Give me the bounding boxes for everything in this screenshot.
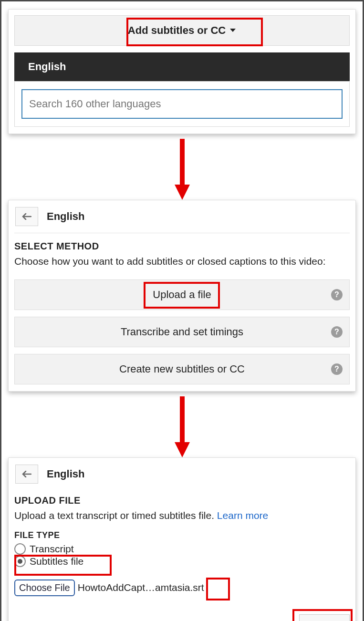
divider [14, 233, 350, 233]
back-button[interactable] [15, 465, 38, 484]
arrow-left-icon [22, 471, 31, 477]
section-label: SELECT METHOD [14, 241, 350, 252]
arrow-left-icon [22, 213, 31, 220]
selected-file-name: HowtoAddCapt…amtasia.srt [78, 582, 204, 593]
panel-title: English [47, 468, 84, 480]
flow-arrow [6, 396, 358, 458]
help-icon[interactable]: ? [331, 326, 343, 338]
tutorial-figure: Add subtitles or CC English English SELE… [0, 0, 364, 621]
method-label: Transcribe and set timings [121, 326, 243, 338]
radio-label: Transcript [30, 543, 74, 555]
choose-file-button[interactable]: Choose File [14, 580, 75, 596]
radio-icon [14, 543, 26, 555]
flow-arrow [6, 139, 358, 201]
chevron-down-icon [229, 28, 236, 33]
panel-add-subtitles: Add subtitles or CC English [8, 9, 356, 134]
language-search-input[interactable] [21, 89, 343, 119]
method-upload-file[interactable]: Upload a file ? [14, 279, 350, 310]
help-icon[interactable]: ? [331, 289, 343, 300]
method-transcribe[interactable]: Transcribe and set timings ? [14, 317, 350, 347]
file-chooser-row: Choose File HowtoAddCapt…amtasia.srt [14, 580, 350, 596]
back-button[interactable] [15, 207, 38, 226]
highlight-box [206, 578, 230, 600]
method-label: Upload a file [153, 289, 211, 301]
instruction-text: Upload a text transcript or timed subtit… [14, 509, 350, 522]
panel-header: English [14, 206, 350, 233]
panel-select-method: English SELECT METHOD Choose how you wan… [8, 200, 356, 392]
help-icon[interactable]: ? [331, 363, 343, 375]
panel-title: English [47, 210, 84, 223]
method-create-new[interactable]: Create new subtitles or CC ? [14, 354, 350, 384]
language-name: English [28, 61, 66, 72]
add-subtitles-dropdown[interactable]: Add subtitles or CC [14, 15, 350, 46]
section-label: UPLOAD FILE [14, 495, 350, 506]
radio-subtitles-file[interactable]: Subtitles file [14, 556, 350, 567]
panel-upload-file: English UPLOAD FILE Upload a text transc… [8, 457, 356, 621]
file-type-label: FILE TYPE [14, 530, 350, 540]
instruction-text: Choose how you want to add subtitles or … [14, 255, 350, 268]
dropdown-label: Add subtitles or CC [128, 24, 226, 37]
method-label: Create new subtitles or CC [119, 363, 245, 375]
upload-row: Upload [14, 614, 350, 621]
selected-language-bar[interactable]: English [14, 52, 350, 81]
radio-label: Subtitles file [30, 556, 83, 567]
search-container [14, 81, 350, 127]
learn-more-link[interactable]: Learn more [217, 510, 268, 521]
panel-header: English [14, 464, 350, 490]
upload-button[interactable]: Upload [299, 614, 350, 621]
radio-icon [14, 556, 26, 567]
radio-transcript[interactable]: Transcript [14, 543, 350, 555]
